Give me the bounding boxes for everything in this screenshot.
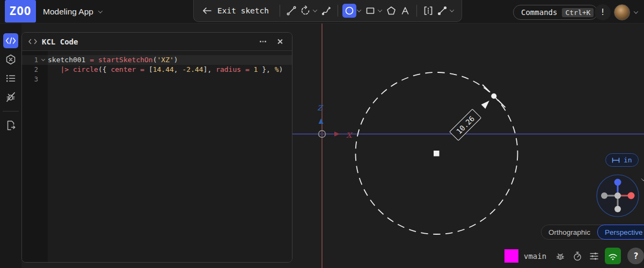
circle-tool-button[interactable] [342,4,356,18]
timer-button[interactable] [571,250,584,263]
stream-name: vmain [524,252,546,260]
gizmo-menu-button[interactable] [642,175,644,183]
sidebar-item-debug[interactable] [3,90,18,105]
code-icon [5,37,16,44]
debug-button[interactable] [554,250,567,263]
chevron-down-icon[interactable] [313,8,317,12]
rectangle-tool-button[interactable] [363,4,377,18]
modeling-app-window: z x 10.26 ZOO Modeling App Commands Ctrl… [0,0,644,268]
code-panel-header: KCL Code [22,33,292,51]
bug-slash-icon [5,92,16,102]
z-axis-label: z [317,101,324,113]
orientation-gizmo[interactable] [596,174,639,217]
ellipsis-icon [260,41,261,42]
close-icon [277,39,283,44]
code-panel-menu-button[interactable] [257,36,269,48]
code-editor[interactable]: 1sketch001 = startSketchOn('XZ')2 |> cir… [22,51,292,262]
chevron-down-icon[interactable] [450,8,454,12]
arc-icon [300,5,311,16]
z-axis-arrow-icon [319,118,324,124]
line-icon [286,5,297,16]
toolbar-divider [338,5,338,17]
exit-sketch-button[interactable]: Exit sketch [199,6,275,15]
chevron-down-icon[interactable] [357,8,361,12]
code-line[interactable]: 1sketch001 = startSketchOn('XZ') [22,55,292,65]
projection-toggle: Orthographic Perspective [541,225,644,240]
handle-cone-icon [481,101,489,109]
constraints-tool-button[interactable] [421,4,435,18]
line-number: 3 [22,75,38,84]
back-arrow-icon [202,7,212,14]
code-line[interactable]: 2 |> circle({ center = [14.44, -2.44], r… [22,65,292,75]
chevron-down-icon [641,176,644,181]
fold-column [38,75,48,84]
settings-sliders-button[interactable] [588,250,601,263]
dimension-frame-icon [423,5,434,16]
circle-icon [344,5,355,16]
gizmo-x-handle[interactable] [628,192,635,199]
units-label: in [624,156,632,164]
code-text: sketch001 = startSketchOn('XZ') [48,55,178,65]
spline-icon [321,5,332,16]
sidebar-divider [3,111,19,111]
orthographic-option[interactable]: Orthographic [541,228,597,236]
polygon-tool-button[interactable] [384,4,398,18]
code-text: |> circle({ center = [14.44, -2.44], rad… [48,65,283,75]
fold-column[interactable] [38,55,48,65]
chevron-down-icon [634,9,638,13]
sidebar-item-feature-tree[interactable] [3,71,18,86]
length-icon [437,5,448,16]
units-measure-icon [612,158,620,163]
gizmo-z-handle[interactable] [614,179,621,186]
circle-center-point[interactable] [434,151,440,157]
user-menu-button[interactable] [614,4,638,20]
left-sidebar [0,24,21,268]
sliders-icon [589,251,599,262]
gizmo-neg-x-handle[interactable] [601,192,608,199]
code-icon [28,39,37,44]
stopwatch-icon [572,251,583,262]
bug-icon [555,251,566,262]
help-button[interactable]: ? [627,248,644,264]
hexagon-x-icon [5,54,16,65]
text-tool-button[interactable] [398,4,412,18]
status-bar: vmain ? [498,244,644,268]
kcl-code-panel: KCL Code 1sketch001 = startSketchOn('XZ'… [21,32,292,263]
avatar [614,4,630,20]
line-tool-button[interactable] [284,4,298,18]
gizmo-neg-z-handle[interactable] [614,206,621,212]
notifications-button[interactable]: ! [595,4,611,20]
line-number: 2 [22,65,38,75]
sidebar-item-variables[interactable] [3,52,18,67]
stream-color-swatch [504,249,518,263]
arc-tool-button[interactable] [298,4,312,18]
sketch-toolbar: Exit sketch [193,0,462,22]
wifi-icon [607,251,619,261]
list-icon [5,74,16,83]
length-dimension-tool-button[interactable] [435,4,449,18]
perspective-option[interactable]: Perspective [597,225,644,240]
exit-sketch-label: Exit sketch [217,6,269,15]
code-lines: 1sketch001 = startSketchOn('XZ')2 |> cir… [22,55,292,84]
x-axis-arrow-icon [334,132,340,137]
units-button[interactable]: in [605,153,639,167]
fold-chevron-icon [41,57,45,61]
toolbar-divider [416,5,417,17]
code-line[interactable]: 3 [22,75,292,84]
zoo-logo: ZOO [5,0,36,23]
chevron-down-icon [98,9,103,13]
sidebar-item-kcl-code[interactable] [3,33,18,48]
sidebar-item-file-export[interactable] [3,118,18,133]
gizmo-center-handle[interactable] [614,192,621,199]
app-menu-button[interactable]: Modeling App [43,0,102,24]
file-export-icon [5,120,16,131]
network-health-button[interactable] [605,248,621,264]
code-panel-close-button[interactable] [274,36,286,48]
commands-label: Commands [521,8,557,17]
app-menu-label: Modeling App [43,7,93,17]
chevron-down-icon[interactable] [378,8,382,12]
text-a-icon [400,5,411,16]
toolbar-divider [280,5,280,17]
commands-button[interactable]: Commands Ctrl+K [513,5,598,20]
spline-tool-button[interactable] [319,4,333,18]
